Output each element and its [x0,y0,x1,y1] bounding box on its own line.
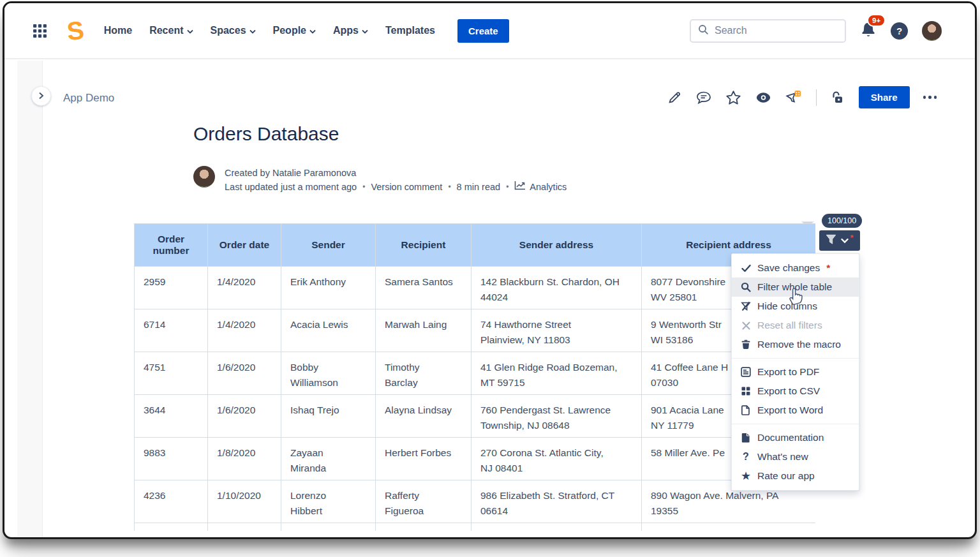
table-cell-empty [471,523,642,531]
favorite-star-icon[interactable] [725,90,741,105]
nav-item-people[interactable]: People [273,25,316,36]
table-cell: 1/8/2020 [208,438,281,480]
star-icon: ★ [739,470,752,482]
column-header: Order number [135,224,208,267]
search-box[interactable] [690,19,846,43]
question-icon: ? [739,451,752,463]
export-pdf-icon [739,367,752,377]
table-cell: Bobby Williamson [281,352,376,395]
table-cell: Acacia Lewis [281,309,376,352]
table-cell-empty [642,523,815,531]
table-cell: 2959 [135,267,208,309]
created-by: Created by Natalie Paramonova [225,166,567,180]
column-header: Recipient [376,224,471,267]
divider [816,89,817,106]
menu-item-export-to-word[interactable]: Export to Word [732,401,859,420]
menu-item-export-to-pdf[interactable]: Export to PDF [732,362,859,382]
sidebar-expand-button[interactable] [31,86,51,106]
nav-item-templates[interactable]: Templates [385,25,435,36]
nav-item-spaces[interactable]: Spaces [211,25,256,36]
chevron-down-icon [249,29,256,34]
more-actions-icon[interactable] [923,96,937,99]
table-cell: Erik Anthony [281,267,376,309]
table-cell: 142 Blackburn St. Chardon, OH 44024 [471,267,642,309]
nav-item-home[interactable]: Home [104,25,132,36]
filtered-rows-counter: 100/100 [822,214,862,228]
clear-icon [739,322,752,330]
menu-item-export-to-csv[interactable]: Export to CSV [732,382,859,401]
version-comment-link[interactable]: Version comment [371,180,442,194]
help-button[interactable]: ? [891,22,908,40]
orders-table: Order number Order date Sender Recipient… [134,223,815,531]
chevron-down-icon [187,29,193,34]
notification-count-badge: 9+ [867,14,886,27]
menu-separator [732,358,859,359]
chevron-right-icon [38,91,44,102]
unsaved-changes-asterisk: * [850,233,853,242]
table-cell: Samera Santos [376,267,471,309]
nav-item-apps[interactable]: Apps [333,25,368,36]
collapsed-sidebar [17,61,43,537]
edit-pencil-icon[interactable] [667,90,682,105]
chevron-down-icon [309,29,316,34]
table-cell: 1/4/2020 [208,267,281,309]
table-cell: Rafferty Figueroa [376,480,471,523]
share-button[interactable]: Share [859,86,910,108]
page-actions: Share [667,86,937,108]
table-cell-empty [208,523,281,531]
table-filter-button[interactable]: * [819,230,860,251]
menu-item-remove-the-macro[interactable]: Remove the macro [732,335,859,354]
table-cell: 270 Corona St. Atlantic City, NJ 08401 [471,438,642,480]
table-cell: 986 Elizabeth St. Stratford, CT 06614 [471,480,642,523]
funnel-icon [826,234,836,248]
menu-item-reset-all-filters: Reset all filters [732,316,859,335]
check-icon [739,264,752,272]
table-cell: 9883 [135,438,208,480]
watch-eye-icon[interactable] [755,90,772,105]
menu-item-rate-our-app[interactable]: ★ Rate our app [732,466,859,486]
analytics-link[interactable]: Analytics [514,180,567,194]
table-cell-empty [376,523,471,531]
read-time: 8 min read [457,180,501,194]
menu-item-save-changes[interactable]: Save changes * [732,258,859,278]
top-navigation: S Home Recent Spaces People Apps Templat… [4,3,975,59]
table-cell: 74 Hawthorne Street Plainview, NY 11803 [471,309,642,352]
nav-item-recent[interactable]: Recent [149,25,193,36]
chevron-down-icon [362,29,368,34]
comment-icon[interactable] [695,90,712,105]
table-cell: 3644 [135,395,208,438]
unlocked-padlock-icon[interactable] [830,90,845,105]
table-cell: 1/6/2020 [208,352,281,395]
chevron-down-icon [841,235,849,246]
column-header: Order date [208,224,281,267]
table-cell: 760 Pendergast St. Lawrence Township, NJ… [471,395,642,438]
create-button[interactable]: Create [457,19,509,43]
table-cell: Lorenzo Hibbert [281,480,376,523]
table-cell: 6714 [135,309,208,352]
product-logo[interactable]: S [66,15,85,46]
table-cell: Alayna Lindsay [376,395,471,438]
user-avatar[interactable] [922,21,942,41]
table-cell: Zayaan Miranda [281,438,376,480]
menu-item-documentation[interactable]: Documentation [732,428,859,447]
app-switcher-icon[interactable] [33,24,47,38]
menu-item-whats-new[interactable]: ? What's new [732,447,859,466]
search-icon [739,282,752,292]
table-cell: 1/6/2020 [208,395,281,438]
hide-columns-icon [739,301,752,311]
documentation-icon [739,433,752,443]
table-cell: Ishaq Trejo [281,395,376,438]
notifications-button[interactable]: 9+ [860,21,877,41]
menu-separator [732,424,859,424]
author-avatar[interactable] [193,166,215,188]
table-cell: 41 Glen Ridge Road Bozeman, MT 59715 [471,352,642,395]
table-cell: Marwah Laing [376,309,471,352]
table-cell: 4236 [135,480,208,523]
last-updated[interactable]: Last updated just a moment ago [225,180,357,194]
search-input[interactable] [715,25,838,36]
browser-frame: S Home Recent Spaces People Apps Templat… [3,1,977,539]
table-filter-app-icon[interactable] [785,89,803,106]
analytics-chart-icon [514,180,526,194]
table-cell: 4751 [135,352,208,395]
breadcrumb[interactable]: App Demo [63,92,114,105]
